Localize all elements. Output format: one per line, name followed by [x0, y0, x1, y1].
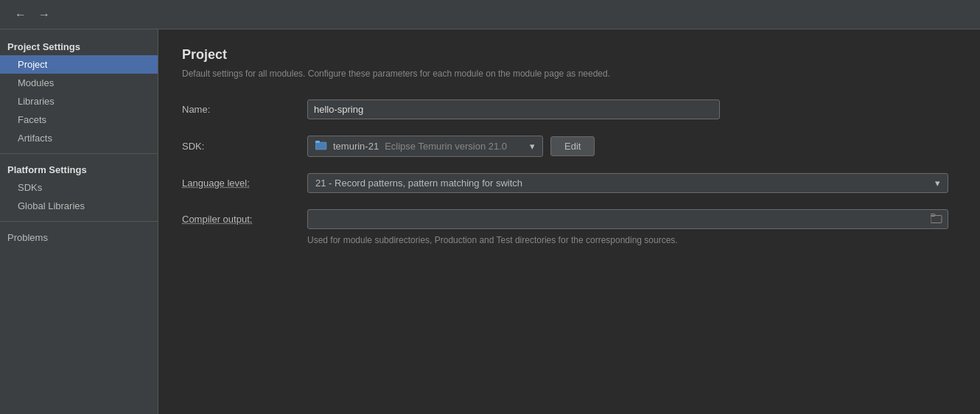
- compiler-output-label: Compiler output:: [182, 214, 307, 225]
- language-level-arrow-icon: ▾: [935, 178, 940, 189]
- language-level-label: Language level:: [182, 178, 307, 189]
- top-bar: ← →: [0, 0, 980, 29]
- page-title: Project: [182, 47, 956, 63]
- main-content: Project Settings Project Modules Librari…: [0, 29, 980, 414]
- name-label: Name:: [182, 104, 307, 115]
- sdk-version: Eclipse Temurin version 21.0: [385, 141, 507, 152]
- platform-settings-heading: Platform Settings: [0, 160, 158, 178]
- forward-button[interactable]: →: [32, 5, 56, 24]
- sidebar-item-modules[interactable]: Modules: [0, 74, 158, 92]
- language-level-dropdown[interactable]: 21 - Record patterns, pattern matching f…: [307, 173, 948, 193]
- compiler-output-input[interactable]: [307, 209, 948, 229]
- back-button[interactable]: ←: [9, 5, 32, 24]
- sidebar: Project Settings Project Modules Librari…: [0, 29, 158, 414]
- content-area: Project Default settings for all modules…: [158, 29, 980, 414]
- svg-rect-1: [315, 141, 320, 143]
- sidebar-divider-2: [0, 221, 158, 222]
- sdk-dropdown[interactable]: temurin-21 Eclipse Temurin version 21.0 …: [307, 136, 543, 157]
- page-subtitle: Default settings for all modules. Config…: [182, 69, 956, 79]
- sidebar-item-sdks[interactable]: SDKs: [0, 178, 158, 197]
- language-level-value: 21 - Record patterns, pattern matching f…: [315, 178, 522, 189]
- sdk-folder-icon: [315, 140, 327, 152]
- sidebar-item-problems[interactable]: Problems: [0, 228, 158, 247]
- sdk-arrow-icon: ▾: [530, 141, 535, 152]
- compiler-folder-icon[interactable]: [931, 213, 942, 225]
- sidebar-item-global-libraries[interactable]: Global Libraries: [0, 197, 158, 215]
- project-settings-heading: Project Settings: [0, 37, 158, 55]
- sidebar-item-artifacts[interactable]: Artifacts: [0, 129, 158, 147]
- compiler-input-wrap: [307, 209, 948, 229]
- compiler-output-row: Compiler output:: [182, 209, 956, 229]
- sidebar-item-facets[interactable]: Facets: [0, 110, 158, 129]
- name-row: Name:: [182, 99, 956, 119]
- edit-sdk-button[interactable]: Edit: [550, 136, 595, 156]
- sidebar-divider: [0, 153, 158, 154]
- sdk-label: SDK:: [182, 141, 307, 152]
- sdk-controls: temurin-21 Eclipse Temurin version 21.0 …: [307, 136, 595, 157]
- name-input[interactable]: [307, 99, 720, 119]
- sdk-row: SDK: temurin-21 Eclipse Temurin version …: [182, 136, 956, 157]
- sdk-name: temurin-21: [333, 141, 379, 152]
- language-level-row: Language level: 21 - Record patterns, pa…: [182, 173, 956, 193]
- sidebar-item-project[interactable]: Project: [0, 55, 158, 74]
- compiler-output-hint: Used for module subdirectories, Producti…: [307, 235, 956, 245]
- svg-rect-0: [315, 142, 326, 150]
- sidebar-item-libraries[interactable]: Libraries: [0, 92, 158, 110]
